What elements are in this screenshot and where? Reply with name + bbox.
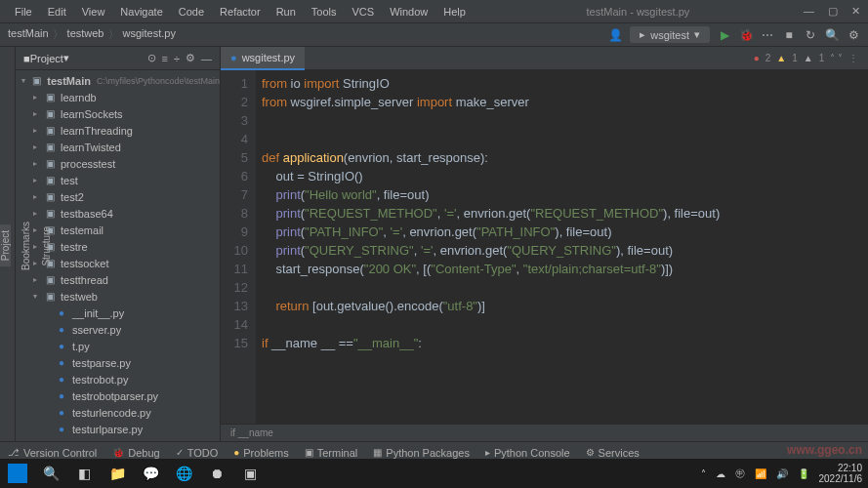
tray-input-icon[interactable]: ㊥ (735, 467, 745, 480)
minimize-icon[interactable]: — (804, 5, 814, 18)
bottom-tool-todo[interactable]: ✓TODO (176, 447, 219, 459)
expand-icon[interactable]: ≡ (162, 53, 168, 64)
tree-folder[interactable]: ▸▣processtest (16, 155, 220, 172)
tree-file[interactable]: ●testrobot.py (16, 371, 220, 387)
tree-file[interactable]: ●__init__.py (16, 305, 220, 321)
menu-tools[interactable]: Tools (305, 3, 344, 20)
maximize-icon[interactable]: ▢ (828, 5, 838, 18)
stop-icon[interactable]: ■ (782, 28, 796, 42)
project-panel-header: ■ Project ▾ ⊙ ≡ ÷ ⚙ — (16, 47, 220, 70)
menu-run[interactable]: Run (269, 3, 303, 20)
bottom-tool-terminal[interactable]: ▣Terminal (305, 447, 358, 459)
gear-icon[interactable]: ⚙ (186, 52, 195, 64)
browser-icon[interactable]: 🌐 (172, 462, 195, 485)
tree-folder[interactable]: ▸▣test2 (16, 188, 220, 205)
run-config-selector[interactable]: ▸ wsgitest ▾ (630, 26, 710, 43)
editor-tab[interactable]: ● wsgitest.py (221, 47, 305, 70)
inspection-widget[interactable]: ●2 ▲1 ▲1 ˄ ˅ ⋮ (754, 53, 868, 63)
taskbar-search-icon[interactable]: 🔍 (39, 462, 62, 485)
project-tool-tab[interactable]: Project (0, 224, 11, 266)
navigation-bar: testMain〉testweb〉wsgitest.py 👤 ▸ wsgites… (0, 23, 868, 47)
tree-folder[interactable]: ▸▣learnSockets (16, 105, 220, 122)
task-view-icon[interactable]: ◧ (72, 462, 96, 485)
start-button[interactable] (6, 462, 29, 485)
wechat-icon[interactable]: 💬 (139, 462, 162, 485)
menu-view[interactable]: View (75, 3, 112, 20)
bottom-tool-python-packages[interactable]: ▦Python Packages (373, 447, 470, 459)
more-run-icon[interactable]: ⋯ (761, 28, 774, 42)
locate-icon[interactable]: ⊙ (147, 52, 156, 64)
pycharm-icon[interactable]: ▣ (238, 462, 262, 485)
code-editor[interactable]: 123456789101112131415 from io import Str… (221, 70, 868, 424)
python-file-icon: ● (230, 52, 237, 63)
project-panel-label: Project (30, 53, 63, 64)
bottom-tool-debug[interactable]: 🐞Debug (112, 447, 159, 459)
menu-refactor[interactable]: Refactor (213, 3, 268, 20)
tree-folder[interactable]: ▸▣testthread (16, 271, 220, 288)
title-bar: FileEditViewNavigateCodeRefactorRunTools… (0, 0, 868, 23)
bottom-tool-problems[interactable]: ●Problems (233, 447, 289, 459)
menu-file[interactable]: File (8, 3, 39, 20)
breadcrumb-segment[interactable]: testMain (8, 27, 49, 42)
left-tool-stripe: Project Bookmarks Structure (0, 47, 16, 441)
error-count-icon: ● (754, 53, 760, 63)
window-title: testMain - wsgitest.py (473, 6, 804, 18)
inspection-menu-icon: ⋮ (848, 53, 858, 63)
bookmarks-tool-tab[interactable]: Bookmarks (21, 216, 31, 276)
tree-folder[interactable]: ▸▣learnThreading (16, 122, 220, 139)
settings-icon[interactable]: ⚙ (847, 28, 860, 42)
menu-navigate[interactable]: Navigate (113, 3, 169, 20)
code-breadcrumb[interactable]: if __name (221, 424, 868, 441)
tray-battery-icon[interactable]: 🔋 (798, 468, 809, 479)
breadcrumb-segment[interactable]: wsgitest.py (123, 27, 176, 42)
project-panel-title: ■ (23, 53, 30, 64)
clock-date[interactable]: 2022/11/6 (819, 473, 863, 484)
breadcrumb-segment[interactable]: testweb (67, 27, 104, 42)
recorder-icon[interactable]: ⏺ (205, 462, 228, 485)
editor-tabs: ● wsgitest.py ●2 ▲1 ▲1 ˄ ˅ ⋮ (221, 47, 868, 70)
tree-folder[interactable]: ▸▣testbase64 (16, 205, 220, 222)
tree-file[interactable]: ●ttt.py (16, 437, 220, 441)
run-config-icon: ▸ (640, 28, 645, 41)
tree-file[interactable]: ●testparse.py (16, 354, 220, 371)
hide-icon[interactable]: — (201, 53, 212, 64)
user-icon[interactable]: 👤 (608, 28, 622, 42)
bottom-tool-services[interactable]: ⚙Services (586, 447, 640, 459)
bottom-tool-version-control[interactable]: ⎇Version Control (8, 447, 97, 459)
tray-onedrive-icon[interactable]: ☁ (716, 468, 725, 479)
tree-folder-open[interactable]: ▾▣testweb (16, 288, 220, 305)
debug-icon[interactable]: 🐞 (739, 28, 753, 42)
tray-wifi-icon[interactable]: 📶 (755, 468, 766, 479)
tray-chevron-icon[interactable]: ˄ (701, 468, 706, 479)
chevron-down-icon: ▾ (694, 28, 700, 41)
tree-file[interactable]: ●t.py (16, 338, 220, 354)
tree-file[interactable]: ●testrobotparser.py (16, 387, 220, 404)
tree-folder[interactable]: ▸▣test (16, 172, 220, 188)
tree-file[interactable]: ●testurlencode.py (16, 404, 220, 421)
collapse-icon[interactable]: ÷ (174, 53, 180, 64)
search-icon[interactable]: 🔍 (825, 28, 839, 42)
explorer-icon[interactable]: 📁 (105, 462, 129, 485)
update-icon[interactable]: ↻ (804, 28, 817, 42)
menu-window[interactable]: Window (383, 3, 434, 20)
breadcrumb[interactable]: testMain〉testweb〉wsgitest.py (8, 27, 176, 42)
code-content[interactable]: from io import StringIOfrom wsgiref.simp… (256, 70, 868, 424)
tree-folder[interactable]: ▸▣learnTwisted (16, 139, 220, 155)
project-view-selector[interactable]: ▾ (63, 52, 69, 64)
run-icon[interactable]: ▶ (718, 28, 731, 42)
menu-edit[interactable]: Edit (41, 3, 73, 20)
structure-tool-tab[interactable]: Structure (41, 221, 52, 272)
tree-file[interactable]: ●testurlparse.py (16, 421, 220, 437)
main-menu: FileEditViewNavigateCodeRefactorRunTools… (8, 3, 473, 20)
tree-root[interactable]: ▾▣testMainC:\myfiles\Pythoncode\testMain (16, 72, 220, 89)
menu-help[interactable]: Help (436, 3, 473, 20)
tray-sound-icon[interactable]: 🔊 (776, 468, 788, 479)
clock-time[interactable]: 22:10 (819, 463, 863, 473)
bottom-tool-python-console[interactable]: ▸Python Console (485, 447, 570, 459)
menu-vcs[interactable]: VCS (346, 3, 382, 20)
inspection-chevron-icon: ˄ ˅ (830, 53, 843, 63)
tree-file[interactable]: ●sserver.py (16, 321, 220, 338)
menu-code[interactable]: Code (172, 3, 211, 20)
close-icon[interactable]: ✕ (851, 5, 860, 18)
tree-folder[interactable]: ▸▣learndb (16, 89, 220, 105)
